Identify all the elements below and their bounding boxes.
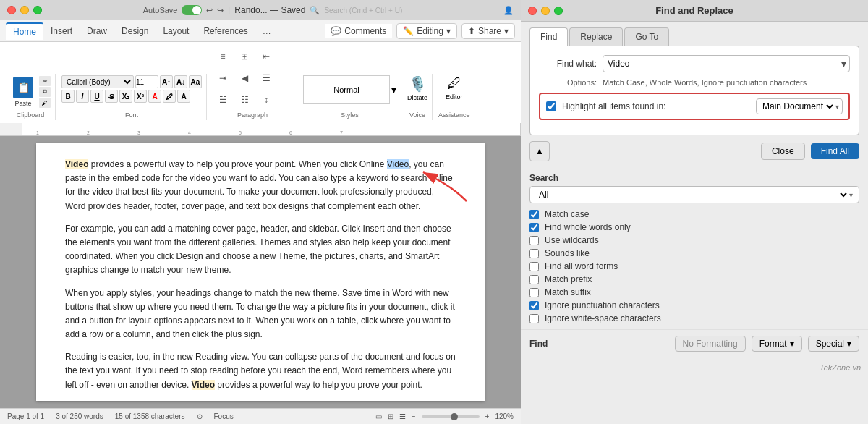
maximize-traffic-light[interactable] (33, 6, 42, 14)
search-direction-select[interactable]: All Up Down (536, 189, 849, 200)
list-number-button[interactable]: ⊞ (234, 46, 255, 67)
close-traffic-light[interactable] (7, 6, 16, 14)
share-button[interactable]: ⬆ Share ▾ (461, 23, 515, 39)
copy-button[interactable]: ⧉ (39, 87, 51, 97)
align-right-button[interactable]: ☱ (213, 90, 233, 110)
dialog-minimize-button[interactable] (541, 7, 550, 15)
highlight-checkbox[interactable] (546, 101, 556, 111)
minimize-traffic-light[interactable] (20, 6, 29, 14)
align-left-button[interactable]: ◀ (234, 68, 255, 88)
dialog-close-button[interactable] (528, 7, 537, 15)
voice-label: Voice (409, 111, 425, 119)
tab-more[interactable]: … (255, 23, 278, 39)
zoom-plus-icon[interactable]: + (485, 412, 490, 420)
close-button[interactable]: Close (761, 143, 805, 160)
match-case-checkbox[interactable] (529, 210, 539, 219)
cut-button[interactable]: ✂ (39, 76, 51, 86)
zoom-minus-icon[interactable]: − (412, 412, 416, 420)
list-bullet-button[interactable]: ≡ (213, 46, 233, 67)
whole-words-checkbox[interactable] (529, 223, 539, 232)
indent-right-button[interactable]: ⇥ (213, 68, 233, 88)
word-forms-label: Find all word forms (545, 261, 618, 271)
tab-home[interactable]: Home (6, 22, 43, 40)
superscript-button[interactable]: X² (134, 90, 147, 103)
styles-expand-button[interactable]: ▾ (391, 84, 396, 96)
styles-gallery[interactable]: Normal (303, 75, 390, 104)
tab-insert[interactable]: Insert (43, 23, 80, 39)
ignore-punct-checkbox[interactable] (529, 301, 539, 310)
find-what-row: Find what: ▾ (539, 55, 850, 72)
layout-icon-1[interactable]: ▭ (375, 412, 382, 420)
strikethrough-button[interactable]: S̶ (105, 90, 118, 103)
highlight-video-3: Video (192, 380, 215, 390)
special-button[interactable]: Special ▾ (808, 336, 859, 352)
increase-font-button[interactable]: A↑ (160, 75, 173, 88)
tab-design[interactable]: Design (114, 23, 156, 39)
collapse-button[interactable]: ▲ (529, 141, 550, 161)
focus-icon: ⊙ (197, 412, 203, 420)
bold-button[interactable]: B (61, 90, 75, 103)
styles-label: Styles (341, 111, 359, 119)
line-spacing-button[interactable]: ↕ (256, 90, 276, 110)
sounds-like-label: Sounds like (545, 248, 590, 258)
search-select-arrow-icon: ▾ (849, 191, 853, 199)
tab-find[interactable]: Find (529, 27, 568, 46)
whole-words-label: Find whole words only (545, 222, 631, 232)
highlight-color-button[interactable]: 🖊 (163, 90, 176, 103)
redo-icon[interactable]: ↪ (217, 6, 224, 15)
format-button[interactable]: Format ▾ (752, 336, 802, 352)
match-prefix-checkbox[interactable] (529, 275, 539, 284)
font-name-select[interactable]: Calibri (Body) (61, 75, 134, 88)
tab-layout[interactable]: Layout (156, 23, 196, 39)
word-forms-row: Find all word forms (529, 261, 859, 271)
layout-icon-3[interactable]: ☰ (399, 412, 406, 420)
font-size-input[interactable] (135, 75, 158, 88)
format-painter-button[interactable]: 🖌 (39, 98, 51, 108)
find-bottom-bar: Find No Formatting Format ▾ Special ▾ (521, 329, 868, 357)
find-what-input[interactable] (606, 57, 841, 70)
no-formatting-button[interactable]: No Formatting (675, 336, 746, 352)
underline-button[interactable]: U (90, 90, 103, 103)
word-forms-checkbox[interactable] (529, 262, 539, 271)
tab-replace[interactable]: Replace (569, 27, 623, 46)
wildcards-row: Use wildcards (529, 235, 859, 245)
font-color-button[interactable]: A (148, 90, 161, 103)
decrease-font-button[interactable]: A↓ (174, 75, 187, 88)
sounds-like-checkbox[interactable] (529, 249, 539, 258)
wildcards-checkbox[interactable] (529, 236, 539, 245)
ignore-space-checkbox[interactable] (529, 314, 539, 323)
align-center-button[interactable]: ☰ (256, 68, 276, 88)
highlight-label: Highlight all items found in: (562, 101, 756, 111)
clear-format-button[interactable]: Aa (189, 75, 202, 88)
profile-icon[interactable]: 👤 (503, 6, 514, 15)
find-input-arrow[interactable]: ▾ (841, 58, 846, 69)
align-justify-button[interactable]: ☷ (234, 90, 255, 110)
highlight-select[interactable]: Main Document (760, 101, 835, 112)
match-suffix-checkbox[interactable] (529, 288, 539, 297)
italic-button[interactable]: I (76, 90, 89, 103)
find-all-button[interactable]: Find All (811, 143, 859, 159)
autosave-toggle[interactable] (182, 5, 202, 15)
search-icon[interactable]: 🔍 (310, 6, 320, 15)
dialog-maximize-button[interactable] (554, 7, 563, 15)
paragraph-4: Reading is easier, too, in the new Readi… (65, 350, 456, 392)
highlight-select-wrap: Main Document ▾ (756, 98, 843, 114)
whole-words-row: Find whole words only (529, 222, 859, 232)
tab-references[interactable]: References (196, 23, 255, 39)
comments-button[interactable]: 💬 Comments (325, 24, 392, 38)
dictate-icon[interactable]: 🎙️ (409, 75, 427, 93)
layout-icon-2[interactable]: ⊞ (388, 412, 393, 420)
editing-button[interactable]: ✏️ Editing ▾ (396, 23, 457, 39)
zoom-slider[interactable] (422, 415, 480, 418)
text-color-button[interactable]: A (177, 90, 190, 103)
search-placeholder[interactable]: Search (Cmd + Ctrl + U) (324, 7, 402, 14)
tab-draw[interactable]: Draw (80, 23, 114, 39)
indent-left-button[interactable]: ⇤ (256, 46, 276, 67)
arrow-annotation (416, 165, 474, 208)
paste-button[interactable]: 📋 Paste (10, 75, 36, 109)
subscript-button[interactable]: X₂ (119, 90, 132, 103)
undo-icon[interactable]: ↩ (206, 6, 213, 15)
editor-icon[interactable]: 🖊 (447, 75, 461, 92)
tab-goto[interactable]: Go To (624, 27, 669, 46)
watermark: TekZone.vn (521, 357, 868, 376)
